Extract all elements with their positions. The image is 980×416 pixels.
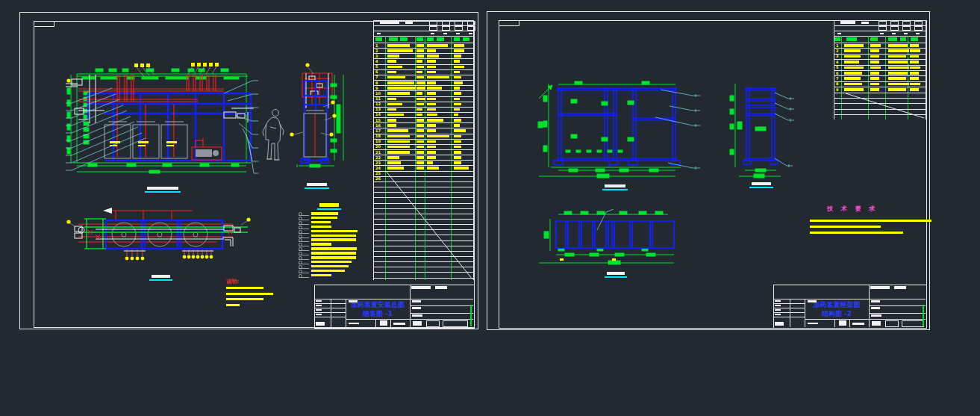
tb-line: [869, 319, 926, 320]
tech-requirement-line: [810, 226, 881, 228]
tb-company-bar: [894, 286, 906, 289]
frame-side-view-caption: [752, 182, 771, 185]
elevation-view-caption: [147, 187, 178, 190]
tb-label: [871, 300, 880, 302]
tb-label: [871, 307, 880, 309]
tb-sheet-bar: [852, 323, 864, 325]
side-view-caption-underline: [305, 187, 329, 189]
tb-cell-box: [902, 320, 924, 327]
frame-side-view-caption-underline: [749, 187, 773, 188]
tb-scale-bar: [808, 323, 818, 324]
tb-line: [805, 299, 805, 327]
frame-front-view-caption-underline: [602, 189, 628, 190]
tb-label: [775, 305, 781, 306]
tb-line: [849, 319, 850, 327]
tb-line: [869, 305, 926, 306]
tech-requirement-line: [810, 232, 903, 234]
tb-label: [871, 314, 881, 317]
tb-drawing-name-label: [808, 300, 817, 302]
cad-canvas: 1234567891011121314151617181920212223242…: [0, 0, 980, 416]
tb-drawing-no-cell: [872, 321, 881, 326]
tb-line: [773, 317, 805, 317]
tb-line: [834, 319, 835, 327]
tb-cell-box: [885, 320, 899, 327]
tb-company-bar: [870, 286, 890, 289]
tech-requirement-line: [810, 220, 931, 222]
tb-label: [775, 314, 781, 315]
tb-line: [773, 308, 805, 308]
tb-line: [773, 303, 805, 304]
notes2-header: 技 术 要 求: [827, 205, 878, 213]
frame-plan-view-caption-underline: [605, 276, 627, 278]
tb-line: [773, 299, 926, 299]
tb-line: [869, 313, 926, 314]
side-view-caption: [307, 183, 327, 186]
tb-signature-cell: [775, 322, 784, 326]
frame-front-view-caption: [605, 184, 625, 187]
tb-green-edge: [923, 305, 924, 326]
plan-view-caption: [152, 275, 170, 278]
frame-plan-view-caption: [607, 272, 625, 275]
elevation-view-caption-underline: [145, 191, 181, 193]
tb-line: [805, 319, 869, 320]
tb-label: [775, 309, 781, 311]
plan-view-caption-underline: [149, 279, 172, 281]
tb-line: [773, 312, 805, 313]
tb-scale-cell: [839, 320, 846, 326]
tb-label: [775, 300, 781, 302]
